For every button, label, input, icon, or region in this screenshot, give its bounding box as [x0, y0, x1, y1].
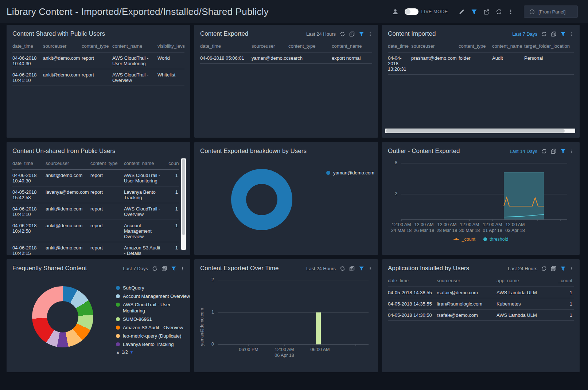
page-title: Library Content - Imported/Exported/Inst…	[7, 6, 269, 17]
filter-icon[interactable]	[471, 9, 477, 15]
refresh-icon[interactable]	[541, 31, 547, 37]
toggle-knob	[405, 9, 410, 14]
refresh-icon[interactable]	[340, 266, 345, 271]
table-row: 04-06-2018 05:06:01 yaman@demo.com searc…	[200, 52, 372, 64]
frequently-shared-chart: SubQuery Account Management Overview AWS…	[12, 273, 184, 363]
time-range-selector[interactable]: [From Panel]	[524, 5, 578, 18]
copy-icon[interactable]	[551, 149, 556, 154]
panel-title: Content Exported Over Time	[200, 265, 279, 272]
table-header-row: date_time sourceuser content_type conten…	[200, 41, 372, 52]
legend-item[interactable]: AWS CloudTrail - User Monitoring	[116, 302, 190, 314]
time-range-label[interactable]: Last 24 Hours	[306, 266, 336, 271]
legend-label: Lavanya Bento Tracking	[123, 341, 174, 347]
table-row: 04-04-2018 13:28:31 prashant@demo.com fo…	[388, 52, 574, 75]
copy-icon[interactable]	[349, 31, 355, 37]
refresh-icon[interactable]	[340, 31, 345, 37]
dashboard-grid: Content Shared with Public Users date_ti…	[0, 23, 588, 372]
panel-title: Application Installed by Users	[388, 265, 469, 272]
filter-icon[interactable]	[560, 149, 566, 154]
scrollbar-thumb[interactable]	[182, 159, 185, 235]
kebab-menu-icon[interactable]	[570, 266, 574, 271]
content-imported-table: date_time sourceuser content_type conten…	[388, 41, 574, 75]
edit-icon[interactable]	[459, 9, 465, 15]
panel-title: Frequently Shared Content	[12, 265, 87, 272]
refresh-icon[interactable]	[541, 266, 547, 271]
panel-title: Content Un-shared from Public Users	[12, 147, 116, 155]
legend-dot	[116, 317, 120, 321]
filter-icon[interactable]	[359, 31, 364, 37]
content-exported-table: date_time sourceuser content_type conten…	[200, 41, 372, 64]
threshold-legend-marker	[483, 237, 487, 241]
legend-item[interactable]: leo-metric-query (Duplicate)	[116, 333, 190, 339]
kebab-menu-icon[interactable]	[570, 149, 574, 154]
legend-label: SubQuery	[123, 285, 144, 291]
copy-icon[interactable]	[551, 31, 556, 37]
panel-content-exported: Content Exported Last 24 Hours date_time…	[194, 25, 378, 138]
panel-exported-over-time: Content Exported Over Time Last 24 Hours…	[194, 259, 378, 372]
exported-breakdown-chart: yaman@demo.com	[200, 156, 372, 246]
time-range-label[interactable]: Last 7 Days	[512, 31, 537, 37]
kebab-menu-icon[interactable]	[180, 266, 184, 271]
table-row: 04-05-2018 14:38:55 rsafaie@demo.com AWS…	[388, 287, 574, 298]
horizontal-scrollbar[interactable]	[385, 129, 575, 133]
legend-item[interactable]: SubQuery	[116, 285, 190, 291]
chart-legend: _count threshold	[388, 237, 574, 242]
legend-label: yaman@demo.com	[333, 170, 374, 176]
filter-icon[interactable]	[560, 266, 566, 271]
vertical-scrollbar[interactable]	[181, 158, 186, 250]
share-icon[interactable]	[483, 9, 490, 15]
dashboard-header: Library Content - Imported/Exported/Inst…	[0, 0, 588, 23]
content-shared-table: date_time sourceuser content_type conten…	[12, 41, 184, 86]
legend-dot	[116, 294, 120, 298]
legend-item[interactable]: yaman@demo.com	[326, 170, 374, 176]
panel-title: Content Imported	[388, 30, 436, 38]
legend-item[interactable]: SUMO-86961	[116, 316, 190, 322]
copy-icon[interactable]	[161, 266, 167, 271]
legend-label: AWS CloudTrail - User Monitoring	[123, 302, 190, 314]
refresh-icon[interactable]	[541, 149, 547, 154]
time-range-label[interactable]: Last 7 Days	[123, 266, 148, 271]
filter-icon[interactable]	[359, 266, 364, 271]
scrollbar-thumb[interactable]	[386, 129, 565, 133]
legend-item[interactable]: Amazon S3 Audit - Overview	[116, 324, 190, 331]
copy-icon[interactable]	[349, 266, 355, 271]
legend-item[interactable]: Account Management Overview	[116, 293, 190, 299]
copy-icon[interactable]	[551, 266, 556, 271]
time-range-label[interactable]: Last 24 Hours	[508, 266, 537, 271]
x-axis-tick: 12:00 AM06 Apr 18	[274, 347, 294, 358]
table-row: 04-06-2018 10:40:30 ankit@demo.com repor…	[12, 170, 179, 186]
legend-item[interactable]: _count	[453, 237, 476, 242]
filter-icon[interactable]	[560, 31, 566, 37]
panel-exported-breakdown: Content Exported breakdown by Users yama…	[194, 142, 378, 255]
legend-dot	[116, 334, 120, 338]
panel-outlier-exported: Outlier - Content Exported Last 14 Days …	[382, 142, 580, 255]
outlier-chart: 8 2 12:00 AM24 Mar 18	[388, 156, 574, 246]
x-axis-tick: 12:00 AM24 Mar 18	[391, 222, 412, 233]
kebab-menu-icon[interactable]	[570, 31, 574, 37]
legend-item[interactable]: threshold	[483, 237, 508, 242]
refresh-icon[interactable]	[496, 9, 502, 15]
table-header-row: date_time sourceuser content_type conten…	[12, 41, 184, 52]
content-unshared-table: date_time sourceuser content_type conten…	[12, 158, 179, 255]
legend-label: threshold	[490, 237, 508, 242]
export-bar[interactable]	[316, 312, 321, 344]
x-axis-tick: 12:00 AM28 Mar 18	[437, 222, 457, 233]
kebab-menu-icon[interactable]	[508, 9, 513, 15]
threshold-band	[504, 173, 544, 220]
panel-title: Outlier - Content Exported	[388, 147, 460, 155]
kebab-menu-icon[interactable]	[368, 31, 372, 37]
legend-item[interactable]: Lavanya Bento Tracking	[116, 341, 190, 347]
live-mode-toggle[interactable]	[405, 8, 418, 15]
refresh-icon[interactable]	[152, 266, 157, 271]
panel-apps-installed: Application Installed by Users Last 24 H…	[382, 259, 580, 372]
kebab-menu-icon[interactable]	[368, 266, 372, 271]
table-row: 04-06-2018 10:41:10 ankit@demo.com repor…	[12, 69, 184, 86]
time-range-label[interactable]: Last 24 Hours	[306, 31, 336, 37]
filter-icon[interactable]	[171, 266, 176, 271]
exported-breakdown-donut[interactable]	[231, 169, 292, 230]
frequently-shared-donut[interactable]	[32, 286, 93, 347]
page-up-icon[interactable]: ▲	[116, 350, 120, 354]
page-down-icon[interactable]: ▼	[130, 350, 134, 354]
time-range-label[interactable]: Last 14 Days	[510, 149, 537, 154]
legend-label: SUMO-86961	[123, 316, 152, 322]
